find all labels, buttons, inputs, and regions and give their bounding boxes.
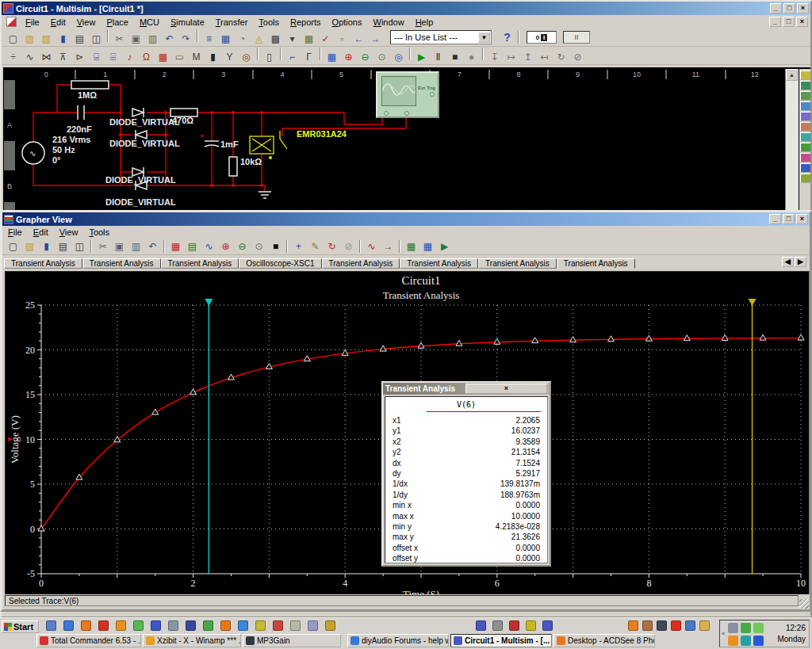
grapher-black-white-icon[interactable]: ■ <box>268 240 283 254</box>
menu-file[interactable]: File <box>20 16 45 29</box>
spreadsheet-view-icon[interactable]: ▦ <box>218 32 233 46</box>
scheduler-icon[interactable] <box>741 623 751 633</box>
print-preview-icon[interactable]: ◫ <box>89 32 104 46</box>
multimeter-instrument-icon[interactable] <box>800 71 810 80</box>
child-close-icon[interactable]: × <box>796 17 808 27</box>
chip-tool-icon[interactable] <box>492 620 503 631</box>
tab-transient-analysis-2[interactable]: Transient Analysis <box>161 258 239 269</box>
bulb-icon[interactable] <box>290 620 301 631</box>
place-diode-icon[interactable]: ⋈ <box>39 51 54 64</box>
paste-icon[interactable]: ▥ <box>145 32 160 46</box>
grapher-print-preview-icon[interactable]: ◫ <box>72 240 87 254</box>
logic-analyzer-instrument-icon[interactable] <box>800 143 810 152</box>
cut-icon[interactable]: ✂ <box>112 32 127 46</box>
place-source-icon[interactable]: ÷ <box>6 51 21 64</box>
media-player-icon[interactable] <box>238 620 248 631</box>
grapher-minimize-icon[interactable]: _ <box>769 214 781 224</box>
vlc-icon[interactable] <box>220 620 231 631</box>
cursor-values-window[interactable]: Transient Analysis × V(6) x12.2065y116.0… <box>381 381 551 567</box>
new-icon[interactable]: ▢ <box>6 32 21 46</box>
place-virtual-icon[interactable]: ▯ <box>262 51 277 64</box>
grapher-cut-icon[interactable]: ✂ <box>95 240 110 254</box>
logic-converter-instrument-icon[interactable] <box>800 153 810 162</box>
capture-area-icon[interactable]: ▫ <box>335 32 350 46</box>
grapher-export-mathcad-icon[interactable]: ▦ <box>420 240 435 254</box>
grapher-undo-icon[interactable]: ↶ <box>145 240 160 254</box>
grapher-dropdown-icon[interactable]: ▾ <box>285 32 300 46</box>
globe-app-icon[interactable] <box>685 620 695 631</box>
network-tool-icon[interactable] <box>526 620 536 631</box>
grapher-copy-trace-icon[interactable]: ↻ <box>324 240 339 254</box>
run-stop-switch[interactable]: 0 I <box>527 31 557 44</box>
winamp-icon[interactable] <box>98 620 109 631</box>
grapher-titlebar[interactable]: Grapher View _□× <box>2 212 810 226</box>
in-use-list-dropdown[interactable]: --- In Use List --- ▼ <box>390 30 492 44</box>
photo-app-icon[interactable] <box>642 620 653 631</box>
shutdown-tool-icon[interactable] <box>671 620 681 631</box>
flashget-icon[interactable] <box>151 620 161 631</box>
circuit-vertical-scrollbar[interactable]: ▲ <box>785 69 799 210</box>
grapher-paste-icon[interactable]: ▥ <box>128 240 144 254</box>
menu-place[interactable]: Place <box>101 16 134 29</box>
place-misc-digital-icon[interactable]: ♪ <box>122 51 137 64</box>
scroll-up-icon[interactable]: ▲ <box>786 69 798 81</box>
tray-player-icon[interactable] <box>753 636 764 646</box>
menu-options[interactable]: Options <box>327 16 368 29</box>
create-component-icon[interactable]: ◬ <box>251 32 266 46</box>
grapher-menu-view[interactable]: View <box>54 226 84 239</box>
grapher-copy-icon[interactable]: ▣ <box>112 240 127 254</box>
headphones-app-icon[interactable] <box>657 620 667 631</box>
oscilloscope-instrument-icon[interactable] <box>800 101 810 111</box>
dropdown-arrow-icon[interactable]: ▼ <box>478 32 490 43</box>
database-manager-icon[interactable]: ◔ <box>235 32 250 46</box>
zoom-area-icon[interactable]: ▦ <box>324 51 339 64</box>
iv-analyzer-instrument-icon[interactable] <box>800 163 810 173</box>
redo-icon[interactable]: ↷ <box>178 32 193 46</box>
step-into-icon[interactable]: ↧ <box>487 51 502 64</box>
grapher-open-icon[interactable]: ▨ <box>22 240 37 254</box>
word-generator-instrument-icon[interactable] <box>800 132 810 142</box>
place-analog-icon[interactable]: ⊳ <box>72 51 87 64</box>
grapher-export-excel-icon[interactable]: ▦ <box>404 240 419 254</box>
back-annotate-icon[interactable]: ← <box>351 32 366 46</box>
app-minimize-icon[interactable]: _ <box>770 3 782 13</box>
wattmeter-instrument-icon[interactable] <box>800 91 810 101</box>
zoom-fit-icon[interactable]: ◎ <box>391 51 406 64</box>
postprocessor-icon[interactable]: ▦ <box>301 32 316 46</box>
taskbar-button-acdsee[interactable]: Desktop - ACDSee 8 Pho... <box>553 634 655 647</box>
start-button[interactable]: Start <box>2 620 39 633</box>
internet-explorer-icon[interactable] <box>63 620 74 631</box>
circuit-workspace[interactable]: 0123456789101112 AB <box>3 67 810 212</box>
run-to-cursor-icon[interactable]: ↤ <box>537 51 552 64</box>
cursor-window-titlebar[interactable]: Transient Analysis × <box>383 383 550 395</box>
place-indicator-icon[interactable]: ▦ <box>155 51 170 64</box>
menu-view[interactable]: View <box>71 16 102 29</box>
child-restore-icon[interactable]: □ <box>783 17 795 27</box>
user-status-icon[interactable] <box>753 623 764 633</box>
place-basic-icon[interactable]: ∿ <box>22 51 37 64</box>
fsb-player-icon[interactable] <box>168 620 178 631</box>
display-settings-icon[interactable] <box>728 623 738 633</box>
tab-transient-analysis-4[interactable]: Transient Analysis <box>322 258 400 269</box>
place-electromechanical-icon[interactable]: Y <box>222 51 237 64</box>
record-icon[interactable]: ● <box>464 51 479 64</box>
grapher-show-cursors-icon[interactable]: + <box>291 240 306 254</box>
copy-tool-icon[interactable] <box>308 620 318 631</box>
frequency-counter-instrument-icon[interactable] <box>800 122 810 132</box>
menu-simulate[interactable]: Simulate <box>165 16 210 29</box>
grapher-icon[interactable]: ▩ <box>268 32 283 46</box>
grapher-close-icon[interactable]: × <box>796 214 808 224</box>
pause-icon[interactable]: Ⅱ <box>431 51 446 64</box>
place-bus-icon[interactable]: Γ <box>301 51 316 64</box>
child-minimize-icon[interactable]: _ <box>769 17 781 27</box>
place-mixed-icon[interactable]: Ω <box>139 51 154 64</box>
grapher-cut-trace-icon[interactable]: ⊘ <box>341 240 356 254</box>
oscilloscope-instrument[interactable]: Ext Trig <box>376 71 439 118</box>
taskbar-button-mp3gain[interactable]: MP3Gain <box>243 634 341 647</box>
save-icon[interactable]: ▮ <box>56 32 71 46</box>
erc-check-icon[interactable]: ✓ <box>318 32 333 46</box>
place-misc-icon[interactable]: M <box>189 51 204 64</box>
menu-tools[interactable]: Tools <box>253 16 285 29</box>
grapher-menu-edit[interactable]: Edit <box>28 226 54 239</box>
bode-plotter-instrument-icon[interactable] <box>800 112 810 121</box>
